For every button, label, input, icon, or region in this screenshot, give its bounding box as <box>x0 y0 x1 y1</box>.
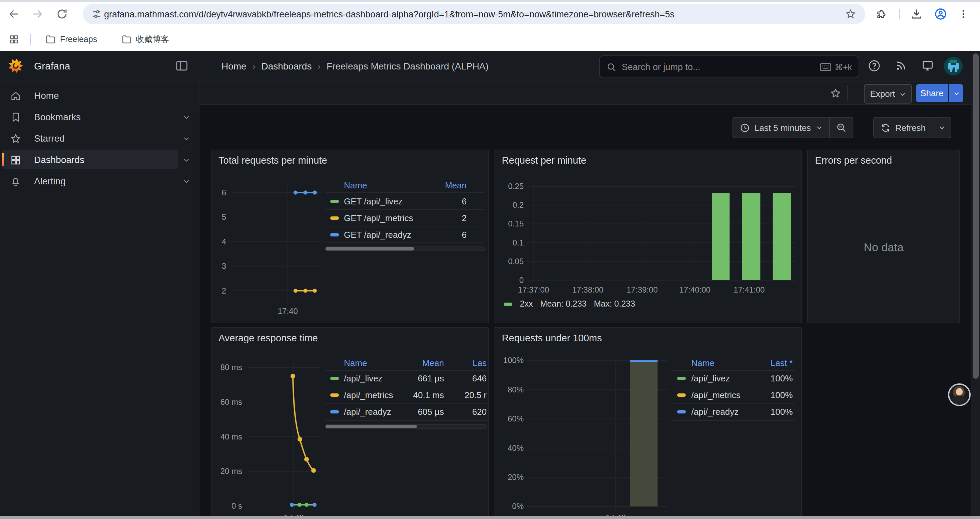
breadcrumb-dashboards[interactable]: Dashboards <box>261 61 312 72</box>
favorite-star-icon[interactable] <box>830 88 841 99</box>
svg-text:20 ms: 20 ms <box>220 466 242 475</box>
breadcrumb-current: Freeleaps Metrics Dashboard (ALPHA) <box>326 61 488 72</box>
legend-scrollbar[interactable] <box>325 246 485 251</box>
series-name[interactable]: /api/_readyz <box>344 407 397 417</box>
legend-col-mean[interactable]: Mean <box>397 358 444 368</box>
extensions-button[interactable] <box>870 3 892 25</box>
series-mean: 2 <box>426 213 485 223</box>
dashboards-grid-icon <box>10 154 21 166</box>
legend-row[interactable]: /api/_livez 100% <box>672 370 795 386</box>
reload-icon <box>56 8 68 20</box>
time-range-picker[interactable]: Last 5 minutes <box>733 118 829 137</box>
chevron-down-icon[interactable] <box>183 113 190 121</box>
legend-col-name[interactable]: Name <box>344 358 367 368</box>
sidebar-item-bookmarks[interactable]: Bookmarks <box>2 107 178 126</box>
series-max: Max: 0.233 <box>594 299 635 308</box>
refresh-interval-dropdown[interactable] <box>933 118 950 137</box>
forward-button[interactable] <box>27 3 48 25</box>
back-button[interactable] <box>3 3 25 25</box>
series-name[interactable]: GET /api/_livez <box>344 196 426 206</box>
legend-row[interactable]: GET /api/_readyz 6 <box>325 226 485 243</box>
share-button[interactable]: Share <box>916 84 948 102</box>
legend-row[interactable]: GET /api/_metrics 2 <box>325 209 485 226</box>
legend-col-mean[interactable]: Mean <box>445 180 485 190</box>
series-name[interactable]: /api/_metrics <box>344 390 397 400</box>
browser-menu-button[interactable] <box>953 3 974 25</box>
scrollbar-thumb[interactable] <box>325 425 417 428</box>
bookmark-folder-blogs[interactable]: 收藏博客 <box>121 34 169 45</box>
shortcut-text: ⌘+k <box>835 62 852 72</box>
search-input[interactable]: Search or jump to... ⌘+k <box>599 56 859 78</box>
kebab-menu-icon <box>958 9 969 19</box>
legend-row[interactable]: GET /api/_livez 6 <box>325 192 485 209</box>
series-name[interactable]: /api/_readyz <box>692 407 758 417</box>
svg-text:4: 4 <box>221 237 226 246</box>
legend-row[interactable]: /api/_livez 661 µs 646 <box>325 370 487 386</box>
sidebar-item-home[interactable]: Home <box>2 86 178 105</box>
legend-header: Name Mean <box>325 178 485 192</box>
series-name[interactable]: GET /api/_readyz <box>344 230 426 240</box>
series-name[interactable]: 2xx <box>520 299 533 308</box>
sidebar-item-label: Alerting <box>34 176 66 186</box>
series-name[interactable]: /api/_livez <box>344 374 397 383</box>
subheader-divider <box>847 86 848 101</box>
legend-scrollbar[interactable] <box>325 424 487 428</box>
svg-text:0.05: 0.05 <box>508 257 524 266</box>
series-name[interactable]: GET /api/_metrics <box>344 213 426 223</box>
breadcrumb-separator: › <box>253 61 256 71</box>
scrollbar-thumb[interactable] <box>973 53 978 379</box>
bookmark-star-icon[interactable] <box>845 9 856 19</box>
sidebar-collapse-icon[interactable] <box>176 61 188 71</box>
legend-col-last[interactable]: Las <box>444 358 487 368</box>
series-mean: 605 µs <box>397 407 444 417</box>
avatar-art <box>956 388 963 395</box>
legend-row[interactable]: /api/_readyz 100% <box>672 403 795 420</box>
panel-avg-response-time: Average response time 80 ms60 ms40 ms20 … <box>210 327 488 519</box>
chevron-down-icon <box>899 91 906 97</box>
downloads-button[interactable] <box>906 3 927 25</box>
scrollbar-thumb[interactable] <box>325 247 414 251</box>
series-name[interactable]: /api/_livez <box>692 374 758 383</box>
site-settings-icon[interactable] <box>91 9 102 19</box>
share-dropdown-button[interactable] <box>949 84 963 102</box>
chevron-down-icon[interactable] <box>183 156 190 164</box>
chevron-down-icon[interactable] <box>183 135 190 142</box>
chevron-down-icon[interactable] <box>183 178 190 185</box>
browser-profile-button[interactable] <box>930 3 951 25</box>
panel-requests-under-100ms: Requests under 100ms 100%80%60%40%20%0%1… <box>494 327 802 519</box>
refresh-button[interactable]: Refresh <box>874 118 932 137</box>
tv-kiosk-icon[interactable] <box>921 59 934 72</box>
apps-grid-icon[interactable] <box>9 34 19 45</box>
bookmark-icon <box>10 112 21 123</box>
series-color-pill <box>330 377 339 380</box>
dashboard-content: Export Share Last 5 minutes <box>199 82 971 519</box>
avatar-art <box>949 60 957 63</box>
series-name[interactable]: /api/_metrics <box>692 390 758 400</box>
sidebar-item-starred[interactable]: Starred <box>2 129 178 148</box>
bookmark-folder-freeleaps[interactable]: Freeleaps <box>45 34 97 45</box>
panel-title[interactable]: Errors per second <box>815 155 892 166</box>
sidebar-item-alerting[interactable]: Alerting <box>2 172 178 190</box>
legend-col-name[interactable]: Name <box>692 358 714 368</box>
legend-row[interactable]: /api/_metrics 40.1 ms 20.5 r <box>325 386 487 403</box>
url-text[interactable]: grafana.mathmast.com/d/deytv4rwavabkb/fr… <box>104 9 865 19</box>
legend-row[interactable]: /api/_readyz 605 µs 620 <box>325 403 487 420</box>
news-rss-icon[interactable] <box>895 59 907 72</box>
help-icon[interactable] <box>868 59 881 72</box>
refresh-sync-icon <box>881 123 891 133</box>
export-button[interactable]: Export <box>864 84 912 104</box>
grafana-logo[interactable] <box>8 58 23 73</box>
sidebar-item-dashboards[interactable]: Dashboards <box>2 150 178 169</box>
legend-col-name[interactable]: Name <box>344 180 367 190</box>
search-placeholder: Search or jump to... <box>622 62 820 72</box>
request-per-minute-chart[interactable]: 0.250.20.150.10.05017:37:0017:38:0017:39… <box>495 150 802 323</box>
user-avatar[interactable] <box>944 57 963 75</box>
url-bar[interactable]: grafana.mathmast.com/d/deytv4rwavabkb/fr… <box>83 4 865 24</box>
breadcrumb-home[interactable]: Home <box>221 61 247 72</box>
zoom-out-button[interactable] <box>830 118 852 137</box>
legend-col-last[interactable]: Last * <box>758 358 795 368</box>
reload-button[interactable] <box>51 3 73 25</box>
page-scrollbar[interactable] <box>971 51 980 519</box>
floating-assistant-avatar[interactable] <box>948 383 970 406</box>
legend-row[interactable]: /api/_metrics 100% <box>672 386 795 403</box>
